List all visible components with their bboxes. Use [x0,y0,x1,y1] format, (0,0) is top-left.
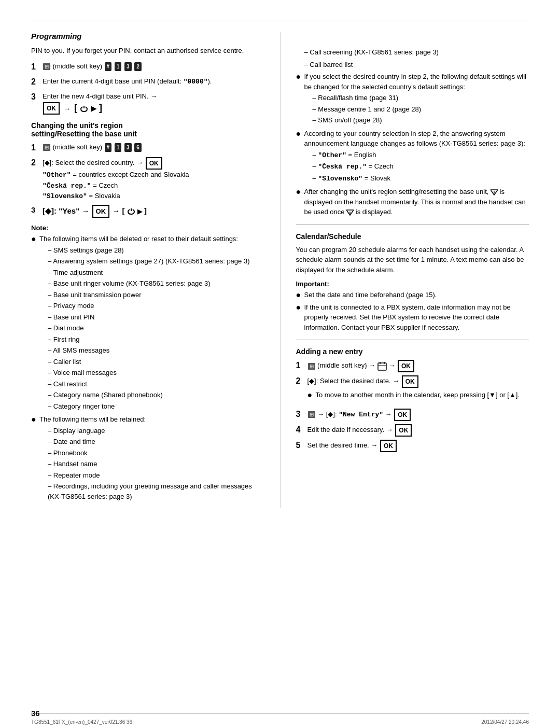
country-settings-list: Recall/flash time (page 31) Message cent… [313,93,529,125]
adding-step-2-sub: ● To move to another month in the calend… [307,390,529,400]
ok-box-a2: OK [402,375,418,388]
deleted-items-list: SMS settings (page 28) Answering system … [48,245,249,412]
important-bullet-1: ● Set the date and time beforehand (page… [296,290,529,300]
step-2-content: Enter the current 4-digit base unit PIN … [43,76,264,87]
bullet-dot-i2: ● [296,302,304,312]
bullet-dot-a2: ● [307,390,316,400]
region-step-3: 3 [◆]: "Yes" → OK → [ ▶ ] [31,205,264,218]
footer-left: TG8551_61FX_(en-en)_0427_ver021.36 36 [31,719,132,725]
region-step-1: 1 ⊞ (middle soft key) # 1 3 6 [31,142,264,154]
adding-step-3: 3 ⊞ → [◆]: "New Entry" → OK [296,409,529,421]
region-step-2: 2 [◆]: Select the desired country. → OK … [31,157,264,202]
adding-step-num-5: 5 [296,439,307,452]
bullet-dot-r3: ● [296,187,304,197]
important-bullet-2: ● If the unit is connected to a PBX syst… [296,302,529,333]
country-item-3: SMS on/off (page 28) [313,115,529,125]
region-step-3-content: [◆]: "Yes" → OK → [ ▶ ] [43,205,264,218]
retained-item-1: Display language [48,426,264,436]
deleted-item-7: Base unit PIN [48,312,249,323]
deleted-item-11: Caller list [48,357,249,367]
deleted-item-14: Category name (Shared phonebook) [48,390,249,400]
page: Programming PIN to you. If you forget yo… [0,0,560,728]
bullet-dot-r2: ● [296,129,304,138]
ok-box-a4: OK [395,424,412,437]
region-step-2-content: [◆]: Select the desired country. → OK "O… [43,157,264,202]
region-steps: 1 ⊞ (middle soft key) # 1 3 6 2 [◆]: Sel… [31,142,264,218]
ok-box-2: OK [146,157,162,170]
deleted-item-9: First ring [48,334,249,345]
step-num-3: 3 [31,91,43,103]
important-bullet-1-text: Set the date and time beforehand (page 1… [304,290,437,300]
right-bullet-call-barred-text: – Call barred list [304,60,353,70]
key-1: 1 [115,62,122,71]
adding-step-num-3: 3 [296,408,307,421]
content-area: Programming PIN to you. If you forget yo… [0,21,560,508]
right-bullet-language-text: According to your country selection in s… [304,129,529,185]
step-3-content: Enter the new 4-digit base unit PIN. → O… [43,91,264,116]
ok-box-a1: OK [398,360,414,372]
arrow-1: → [64,105,71,113]
important-bullets: ● Set the date and time beforehand (page… [296,290,529,332]
right-bullet-call-barred: – Call barred list [304,60,529,70]
deleted-item-15: Category ringer tone [48,401,249,412]
signal-icon [491,189,498,196]
region-step-num-3: 3 [31,204,43,216]
key-2: 2 [134,62,142,71]
adding-step-3-content: ⊞ → [◆]: "New Entry" → OK [307,409,529,421]
footer-right: 2012/04/27 20:24:46 [481,719,529,725]
key-3: 3 [124,62,132,71]
deleted-item-3: Time adjustment [48,268,249,278]
bullet-dot-i1: ● [296,290,304,300]
right-bullet-country: ● If you select the desired country in s… [296,72,529,127]
retained-item-6: Recordings, including your greeting mess… [48,481,264,501]
adding-steps: 1 ⊞ (middle soft key) → → OK [296,360,529,452]
region-step-1-content: ⊞ (middle soft key) # 1 3 6 [43,142,264,152]
ok-box-3: OK [92,205,110,218]
step-1-content: ⊞ (middle soft key) # 1 3 2 [43,61,264,72]
adding-step-4-content: Edit the date if necessary. → OK [307,424,529,437]
country-item-2: Message centre 1 and 2 (page 28) [313,104,529,115]
divider-1 [296,225,529,225]
right-column: – Call screening (KX-TG8561 series: page… [280,32,529,508]
right-bullet-call-screening: – Call screening (KX-TG8561 series: page… [304,47,529,58]
section-title: Programming [31,32,264,40]
grid-icon-3: ⊞ [308,363,315,370]
adding-step-5: 5 Set the desired time. → OK [296,440,529,452]
adding-step-2-sub-text: To move to another month in the calendar… [316,390,520,400]
adding-step-2-sub-item: ● To move to another month in the calend… [307,390,529,400]
important-bullet-2-text: If the unit is connected to a PBX system… [304,302,529,333]
right-bullet-region: ● After changing the unit's region setti… [296,187,529,217]
grid-icon-1: ⊞ [43,63,50,70]
ok-box-a3: OK [394,409,411,421]
region-step-num-2: 2 [31,157,43,169]
page-number: 36 [31,709,40,718]
adding-title: Adding a new entry [296,347,529,356]
deleted-item-6: Privacy mode [48,301,249,311]
country-item-1: Recall/flash time (page 31) [313,93,529,103]
retained-item-2: Date and time [48,437,264,447]
step-num-2: 2 [31,76,43,88]
power-icon-2 [128,207,135,215]
adding-step-5-content: Set the desired time. → OK [307,440,529,452]
calendar-intro: You can program 20 schedule alarms for e… [296,245,529,275]
retained-items-list: Display language Date and time Phonebook… [48,426,264,502]
bullet-dot-r1: ● [296,72,304,81]
calendar-icon [377,361,387,371]
pin-steps: 1 ⊞ (middle soft key) # 1 3 2 2 Enter th… [31,61,264,116]
deleted-item-1: SMS settings (page 28) [48,245,249,256]
language-settings-list: "Other" = English "Česká rep." = Czech "… [313,150,529,184]
adding-step-2: 2 [◆]: Select the desired date. → OK ● T… [296,375,529,405]
lang-item-2: "Česká rep." = Czech [313,161,529,172]
note-bullet-2: ● The following items will be retained: … [31,414,264,502]
hash-key-2: # [105,143,112,152]
deleted-item-5: Base unit transmission power [48,290,249,300]
deleted-item-2: Answering system settings (page 27) (KX-… [48,256,249,267]
note-bullet-2-text: The following items will be retained: Di… [39,414,264,502]
lang-item-3: "Slovensko" = Slovak [313,173,529,184]
retained-item-5: Repeater mode [48,470,264,481]
note-bullet-1: ● The following items will be deleted or… [31,234,264,412]
adding-step-num-1: 1 [296,359,307,372]
signal-icon-2 [346,209,354,216]
deleted-item-12: Voice mail messages [48,368,249,378]
step-num-1: 1 [31,61,43,73]
